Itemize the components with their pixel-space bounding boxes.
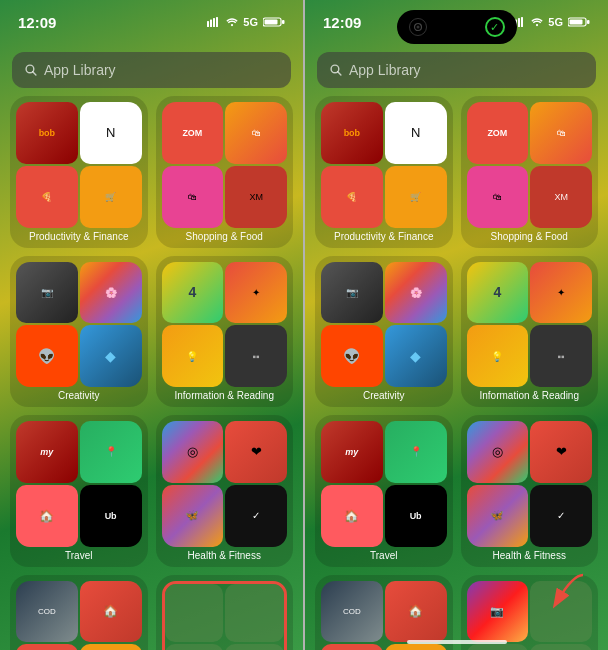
svg-rect-19 (587, 20, 590, 24)
folder-label-travel-left: Travel (65, 550, 92, 561)
svg-rect-7 (282, 20, 285, 24)
right-screen: 12:09 5G App Library bob N 🍕 🛒 Productiv… (305, 0, 608, 650)
folder-hidden-left[interactable]: Hidden (156, 575, 294, 651)
folder-shopping-left[interactable]: ZOM 🛍 🛍 XM Shopping & Food (156, 96, 294, 248)
search-bar-right[interactable]: App Library (317, 52, 596, 88)
search-text-right: App Library (349, 62, 421, 78)
app-grid-left: bob N 🍕 🛒 Productivity & Finance ZOM 🛍 🛍… (0, 96, 303, 650)
time-left: 12:09 (18, 14, 56, 31)
dynamic-island (397, 10, 517, 44)
status-icons-left: 5G (207, 16, 285, 28)
status-icons-right: 5G (512, 16, 590, 28)
status-bar-left: 12:09 5G (0, 0, 303, 44)
folder-creativity-left[interactable]: 📷 🌸 👽 ◆ Creativity (10, 256, 148, 408)
folder-label-reading-left: Information & Reading (174, 390, 274, 401)
folder-label-reading-right: Information & Reading (479, 390, 579, 401)
svg-rect-1 (210, 20, 212, 28)
svg-point-11 (416, 26, 419, 29)
folder-productivity-left[interactable]: bob N 🍕 🛒 Productivity & Finance (10, 96, 148, 248)
folder-label-productivity-right: Productivity & Finance (334, 231, 434, 242)
app-grid-right: bob N 🍕 🛒 Productivity & Finance ZOM 🛍 🛍… (305, 96, 608, 650)
folder-reading-right[interactable]: 4 ✦ 💡 ▪▪ Information & Reading (461, 256, 599, 408)
search-bar-left[interactable]: App Library (12, 52, 291, 88)
folder-label-creativity-left: Creativity (58, 390, 100, 401)
folder-label-health-right: Health & Fitness (493, 550, 566, 561)
folder-label-creativity-right: Creativity (363, 390, 405, 401)
time-right: 12:09 (323, 14, 361, 31)
left-screen: 12:09 5G App Library bob N 🍕 🛒 Pr (0, 0, 303, 650)
svg-line-21 (338, 72, 341, 75)
svg-rect-2 (213, 18, 215, 27)
svg-point-4 (231, 24, 233, 26)
folder-health-right[interactable]: ◎ ❤ 🦋 ✓ Health & Fitness (461, 415, 599, 567)
svg-point-16 (536, 24, 538, 26)
folder-other-right[interactable]: COD 🏠 tel UC Other (315, 575, 453, 651)
home-indicator (407, 640, 507, 644)
folder-hidden-right[interactable]: 📷 Hidden (461, 575, 599, 651)
folder-creativity-right[interactable]: 📷 🌸 👽 ◆ Creativity (315, 256, 453, 408)
svg-rect-3 (216, 17, 218, 27)
folder-health-left[interactable]: ◎ ❤ 🦋 ✓ Health & Fitness (156, 415, 294, 567)
folder-shopping-right[interactable]: ZOM 🛍 🛍 XM Shopping & Food (461, 96, 599, 248)
folder-productivity-right[interactable]: bob N 🍕 🛒 Productivity & Finance (315, 96, 453, 248)
folder-travel-left[interactable]: my 📍 🏠 Ub Travel (10, 415, 148, 567)
folder-label-health-left: Health & Fitness (188, 550, 261, 561)
folder-label-shopping-right: Shopping & Food (491, 231, 568, 242)
folder-travel-right[interactable]: my 📍 🏠 Ub Travel (315, 415, 453, 567)
svg-rect-14 (518, 18, 520, 27)
folder-other-left[interactable]: COD 🏠 tel UC Other (10, 575, 148, 651)
svg-rect-6 (265, 20, 278, 25)
svg-line-9 (33, 72, 36, 75)
svg-rect-0 (207, 21, 209, 27)
di-checkmark (485, 17, 505, 37)
folder-reading-left[interactable]: 4 ✦ 💡 ▪▪ Information & Reading (156, 256, 294, 408)
search-text-left: App Library (44, 62, 116, 78)
folder-label-productivity-left: Productivity & Finance (29, 231, 129, 242)
folder-label-shopping-left: Shopping & Food (186, 231, 263, 242)
folder-label-travel-right: Travel (370, 550, 397, 561)
svg-rect-18 (570, 20, 583, 25)
svg-rect-15 (521, 17, 523, 27)
di-camera (409, 18, 427, 36)
